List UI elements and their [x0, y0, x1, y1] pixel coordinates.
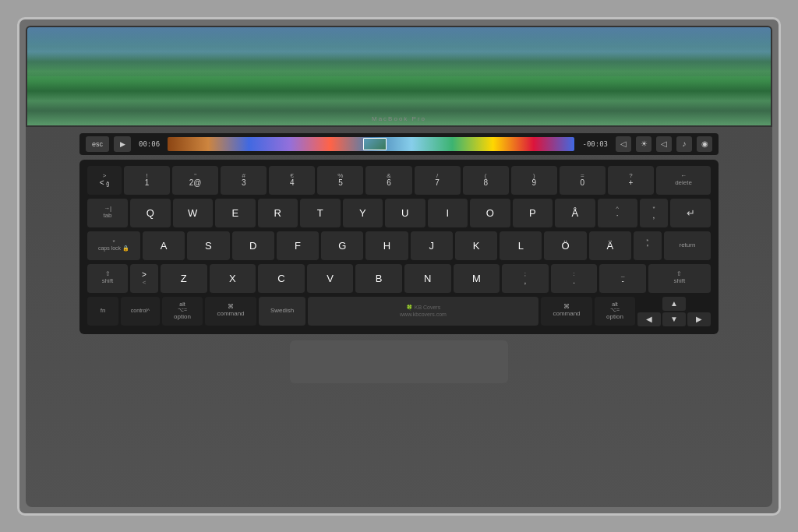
key-m[interactable]: M [454, 264, 500, 294]
laptop-frame: MacBook Pro esc ▶ 00:06 -00:03 ◁ ☀ ◁ ♪ ◉… [17, 17, 781, 516]
key-k[interactable]: K [455, 231, 497, 261]
key-backtick[interactable]: > < ğ [87, 166, 122, 196]
spacebar[interactable]: 🍀 KB Covers www.kbcovers.com [308, 297, 538, 326]
key-n[interactable]: N [404, 264, 451, 294]
option-left-key[interactable]: alt ⌥= option [162, 297, 203, 326]
arrow-cluster: ▲ ◀ ▼ ▶ [637, 297, 711, 326]
key-s[interactable]: S [187, 231, 229, 261]
key-c[interactable]: C [258, 264, 305, 294]
key-t[interactable]: T [300, 199, 341, 228]
bottom-row: fn control^ alt ⌥= option ⌘ command Swed… [87, 297, 711, 326]
thumbnail-preview [363, 138, 387, 150]
volume-down-icon[interactable]: ◁ [656, 136, 672, 152]
arrow-up-row: ▲ [637, 297, 711, 311]
control-key[interactable]: control^ [121, 297, 160, 326]
key-minus[interactable]: _- [599, 264, 646, 294]
key-u[interactable]: U [385, 199, 425, 228]
key-2[interactable]: "2@ [172, 166, 218, 196]
key-a-ring[interactable]: Å [555, 199, 595, 228]
key-h[interactable]: H [365, 231, 408, 261]
key-plus[interactable]: ?+ [608, 166, 654, 196]
trackpad[interactable] [290, 340, 508, 383]
option-right-key[interactable]: alt ⌥= option [595, 297, 635, 326]
key-b[interactable]: B [355, 264, 402, 294]
key-j[interactable]: J [411, 231, 453, 261]
time-end: -00:03 [579, 140, 611, 148]
key-y[interactable]: Y [343, 199, 383, 228]
brightness-down-icon[interactable]: ◁ [616, 136, 631, 152]
key-4[interactable]: €4 [269, 166, 315, 196]
key-g[interactable]: G [321, 231, 363, 261]
key-i[interactable]: I [428, 199, 468, 228]
caps-lock-key[interactable]: * caps lock 🔒 [87, 231, 140, 261]
key-period[interactable]: :. [551, 264, 598, 294]
screen-wallpaper [27, 27, 771, 125]
arrow-right-key[interactable]: ▶ [687, 312, 711, 326]
shift-left-key[interactable]: ⇧ shift [87, 264, 128, 294]
key-r[interactable]: R [258, 199, 298, 228]
shift-right-key[interactable]: ⇧ shift [648, 264, 711, 294]
laptop-body: esc ▶ 00:06 -00:03 ◁ ☀ ◁ ♪ ◉ > < ğ !1 "2… [26, 127, 772, 507]
key-a-umlaut[interactable]: Ä [589, 231, 631, 261]
brightness-icon[interactable]: ☀ [636, 136, 651, 152]
key-q[interactable]: Q [130, 199, 171, 228]
key-9[interactable]: )9 [511, 166, 557, 196]
esc-key[interactable]: esc [86, 136, 109, 152]
kb-covers-brand: 🍀 KB Covers www.kbcovers.com [400, 304, 447, 318]
key-6[interactable]: &6 [365, 166, 411, 196]
key-8[interactable]: (8 [463, 166, 509, 196]
key-quote[interactable]: *' [634, 231, 662, 261]
key-caret[interactable]: ^· [598, 199, 638, 228]
key-d[interactable]: D [232, 231, 274, 261]
key-l[interactable]: L [500, 231, 542, 261]
key-1[interactable]: !1 [124, 166, 170, 196]
key-o[interactable]: O [470, 199, 510, 228]
time-start: 00:06 [136, 140, 163, 148]
arrow-down-key[interactable]: ▼ [662, 312, 686, 326]
key-v[interactable]: V [307, 264, 354, 294]
fn-key[interactable]: fn [87, 297, 118, 326]
key-3[interactable]: #3 [221, 166, 267, 196]
key-x[interactable]: X [210, 264, 256, 294]
command-right-key[interactable]: ⌘ command [541, 297, 592, 326]
timeline-slider[interactable] [168, 137, 574, 151]
arrow-up-key[interactable]: ▲ [662, 297, 686, 311]
key-comma[interactable]: ;, [502, 264, 549, 294]
qwerty-row: →| tab Q W E R T Y U I O P Å ^· *, ↵ [87, 199, 711, 228]
key-lt[interactable]: >< [130, 264, 158, 294]
number-row: > < ğ !1 "2@ #3 €4 %5 &6 /7 (8 )9 =0 ?+ … [87, 166, 711, 196]
siri-icon[interactable]: ◉ [697, 136, 712, 152]
keyboard: > < ğ !1 "2@ #3 €4 %5 &6 /7 (8 )9 =0 ?+ … [79, 160, 719, 334]
key-asterisk[interactable]: *, [640, 199, 668, 228]
laptop-screen: MacBook Pro [26, 26, 772, 127]
return-key-2[interactable]: return [664, 231, 711, 261]
key-e[interactable]: E [215, 199, 256, 228]
macbook-label: MacBook Pro [372, 115, 426, 122]
command-left-key[interactable]: ⌘ command [205, 297, 256, 326]
asdf-row: * caps lock 🔒 A S D F G H J K L Ö Ä *' r… [87, 231, 711, 261]
delete-key[interactable]: ← delete [656, 166, 711, 196]
arrow-lr-row: ◀ ▼ ▶ [637, 312, 711, 326]
key-o-umlaut[interactable]: Ö [544, 231, 586, 261]
key-0[interactable]: =0 [560, 166, 606, 196]
key-7[interactable]: /7 [415, 166, 461, 196]
key-w[interactable]: W [173, 199, 214, 228]
key-5[interactable]: %5 [317, 166, 363, 196]
key-p[interactable]: P [513, 199, 553, 228]
swedish-key[interactable]: Swedish [259, 297, 305, 326]
volume-icon[interactable]: ♪ [676, 136, 692, 152]
arrow-left-key[interactable]: ◀ [637, 312, 661, 326]
key-z[interactable]: Z [161, 264, 207, 294]
zxcv-row: ⇧ shift >< Z X C V B N M ;, :. _- ⇧ shif… [87, 264, 711, 294]
return-key[interactable]: ↵ [670, 199, 711, 228]
play-button[interactable]: ▶ [114, 136, 131, 152]
key-a[interactable]: A [143, 231, 185, 261]
key-f[interactable]: F [277, 231, 319, 261]
touch-bar: esc ▶ 00:06 -00:03 ◁ ☀ ◁ ♪ ◉ [79, 133, 719, 155]
tab-key[interactable]: →| tab [87, 199, 128, 228]
